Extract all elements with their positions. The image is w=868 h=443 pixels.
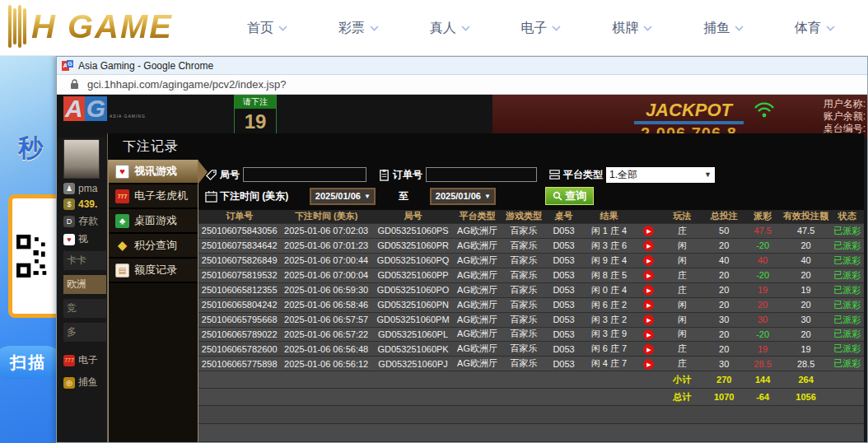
cell: 订单号 — [198, 210, 280, 222]
jackpot-label: JACKPOT — [634, 100, 744, 124]
play-button-icon[interactable]: ▶ — [643, 240, 654, 251]
nav-item-label: 棋牌 — [612, 20, 638, 37]
date-to-picker[interactable]: 2025/01/06▼ — [430, 188, 496, 205]
nav-item-6[interactable]: 体育 — [795, 20, 835, 37]
countdown-value: 19 — [235, 109, 276, 135]
cell: 250106065804242 — [198, 300, 280, 310]
cell: 闲 — [660, 314, 704, 326]
play-button-icon[interactable]: ▶ — [643, 344, 654, 355]
bg-tab-2[interactable]: 竞 — [63, 299, 106, 318]
play-button-icon[interactable]: ▶ — [643, 255, 654, 266]
cell: 百家乐 — [501, 225, 548, 237]
cell: 闲 4 庄 7 — [581, 357, 637, 370]
bg-tab-3[interactable]: 多 — [63, 323, 106, 342]
wifi-icon — [754, 101, 775, 118]
query-button[interactable]: 查询 — [545, 187, 594, 205]
cell: 状态 — [830, 210, 863, 222]
platform-select[interactable]: 1.全部 ▼ — [606, 167, 715, 183]
menu-item-table-games[interactable]: ♣ 桌面游戏 — [109, 209, 198, 234]
cell: 2025-01-06 07:02:03 — [280, 226, 372, 235]
cell: D053 — [547, 270, 580, 280]
nav-item-1[interactable]: 彩票 — [338, 20, 379, 37]
cell: -64 — [744, 392, 781, 402]
cell: 有效投注额 — [782, 210, 831, 222]
balance-label: 账户余额: — [824, 110, 866, 123]
cell: AG欧洲厅 — [454, 240, 501, 252]
cell: 1070 — [704, 392, 744, 402]
url-bar[interactable]: gci.1hhapi.com/agingame/pcv2/index.jsp? — [57, 75, 867, 95]
play-cell: ▶ — [637, 254, 660, 266]
menu-item-video-games[interactable]: ♥ 视讯游戏 — [109, 160, 198, 184]
cell: 20 — [704, 329, 744, 339]
chevron-down-icon — [643, 26, 652, 31]
bg-tab-0[interactable]: 卡卡 — [63, 251, 106, 270]
nav-item-label: 电子 — [520, 20, 547, 37]
video-tab-label[interactable]: 视 — [78, 232, 88, 246]
round-input[interactable] — [243, 167, 366, 182]
play-cell: ▶ — [637, 269, 660, 281]
play-cell: ▶ — [637, 240, 660, 251]
cell: 局号 — [372, 210, 454, 222]
play-button-icon[interactable]: ▶ — [643, 285, 654, 296]
cell: 19 — [744, 344, 781, 354]
slots-label[interactable]: 电子 — [78, 353, 98, 367]
nav-item-label: 彩票 — [338, 20, 365, 37]
cell: 28.5 — [782, 359, 831, 369]
game-page: JACKPOT 2,006,706.8 用户名称: 账户余额: 桌台编号: — [57, 95, 867, 442]
play-button-icon[interactable]: ▶ — [643, 270, 654, 281]
cell: 庄 — [660, 343, 704, 355]
nav-item-4[interactable]: 棋牌 — [612, 20, 652, 37]
cell: 闲 8 庄 5 — [581, 269, 637, 282]
platform-label: 平台类型 — [563, 168, 603, 182]
play-cell: ▶ — [637, 314, 660, 325]
site-logo[interactable]: H GAME — [8, 5, 173, 48]
cell: 已派彩 — [830, 284, 863, 296]
cell: 闲 — [660, 328, 704, 340]
cell: 47.5 — [782, 226, 831, 235]
cell: 百家乐 — [501, 357, 548, 370]
ag-favicon-icon: A G — [62, 60, 73, 72]
nav-item-label: 体育 — [795, 20, 821, 37]
menu-item-slots[interactable]: 777 电子老虎机 — [109, 184, 198, 209]
play-button-icon[interactable]: ▶ — [643, 329, 654, 340]
cell: 2025-01-06 06:58:46 — [280, 300, 372, 310]
menu-label: 桌面游戏 — [134, 213, 177, 228]
menu-item-credit-records[interactable]: ▤ 额度记录 — [109, 259, 198, 283]
cell: 闲 0 庄 4 — [581, 284, 637, 296]
cell: 250106065812355 — [198, 285, 280, 295]
play-button-icon[interactable]: ▶ — [643, 359, 654, 370]
table-row — [198, 406, 864, 424]
cell: 270 — [704, 375, 744, 385]
query-button-label: 查询 — [565, 189, 586, 203]
cell: D053 — [547, 240, 580, 250]
clipboard-icon — [378, 169, 390, 181]
menu-label: 电子老虎机 — [134, 189, 188, 203]
site-navbar: H GAME 首页彩票真人电子棋牌捕鱼体育 — [0, 0, 868, 56]
nav-item-2[interactable]: 真人 — [430, 20, 470, 37]
play-cell: ▶ — [637, 329, 660, 340]
nav-items: 首页彩票真人电子棋牌捕鱼体育 — [247, 0, 835, 56]
play-cell: ▶ — [637, 284, 660, 296]
cell: 已派彩 — [830, 314, 863, 326]
scan-button[interactable]: 扫描 — [0, 346, 56, 379]
cell: D053 — [547, 226, 580, 235]
play-button-icon[interactable]: ▶ — [643, 226, 654, 236]
bg-tab-1[interactable]: 欧洲 — [63, 275, 106, 294]
fish-label[interactable]: 捕鱼 — [78, 375, 98, 389]
order-input[interactable] — [426, 167, 537, 182]
nav-item-0[interactable]: 首页 — [247, 20, 287, 37]
qr-pattern-icon — [16, 203, 56, 310]
window-titlebar[interactable]: A G Asia Gaming - Google Chrome — [57, 57, 867, 75]
nav-item-5[interactable]: 捕鱼 — [703, 20, 744, 37]
play-button-icon[interactable]: ▶ — [643, 300, 654, 310]
date-from-picker[interactable]: 2025/01/06▼ — [310, 188, 376, 205]
cell: 已派彩 — [830, 357, 863, 370]
chevron-down-icon — [370, 26, 379, 31]
nav-item-label: 真人 — [430, 20, 456, 37]
summary-row: 总计1070-641056 — [198, 389, 864, 406]
menu-item-points-query[interactable]: ◆ 积分查询 — [109, 234, 198, 259]
play-button-icon[interactable]: ▶ — [643, 315, 654, 325]
deposit-label[interactable]: 存款 — [78, 214, 98, 228]
cell: 总计 — [660, 391, 704, 403]
nav-item-3[interactable]: 电子 — [520, 20, 561, 37]
